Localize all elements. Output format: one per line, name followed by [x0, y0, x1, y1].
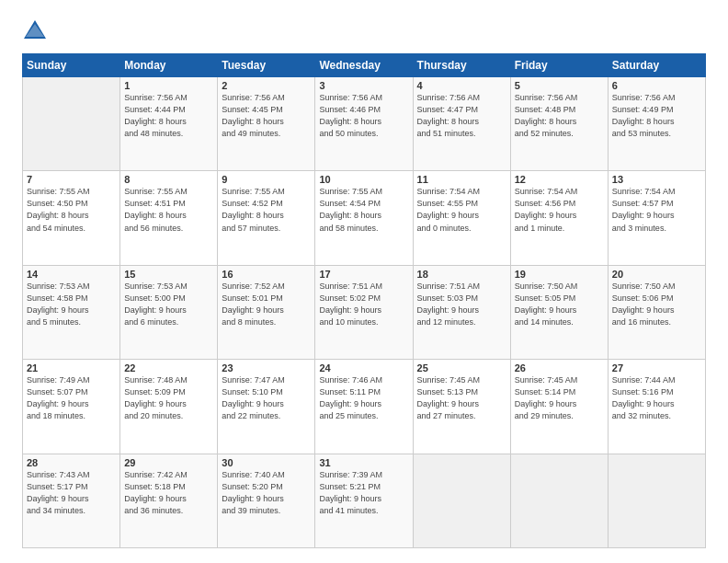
header — [22, 18, 706, 44]
day-number: 17 — [319, 269, 408, 280]
calendar-cell: 18Sunrise: 7:51 AMSunset: 5:03 PMDayligh… — [413, 265, 510, 359]
calendar-cell: 29Sunrise: 7:42 AMSunset: 5:18 PMDayligh… — [120, 454, 218, 547]
day-info: Sunrise: 7:50 AMSunset: 5:06 PMDaylight:… — [612, 281, 701, 328]
day-number: 16 — [222, 269, 311, 280]
calendar-cell — [608, 454, 705, 547]
day-number: 23 — [222, 362, 311, 373]
calendar-cell: 6Sunrise: 7:56 AMSunset: 4:49 PMDaylight… — [608, 77, 705, 171]
day-number: 30 — [222, 457, 311, 468]
weekday-header-thursday: Thursday — [413, 54, 510, 77]
day-info: Sunrise: 7:42 AMSunset: 5:18 PMDaylight:… — [124, 469, 213, 517]
day-info: Sunrise: 7:52 AMSunset: 5:01 PMDaylight:… — [222, 281, 311, 328]
day-number: 13 — [612, 174, 701, 185]
calendar-cell — [510, 454, 608, 547]
calendar-cell: 4Sunrise: 7:56 AMSunset: 4:47 PMDaylight… — [413, 77, 510, 171]
day-info: Sunrise: 7:48 AMSunset: 5:09 PMDaylight:… — [124, 374, 213, 422]
day-info: Sunrise: 7:47 AMSunset: 5:10 PMDaylight:… — [222, 374, 311, 422]
day-info: Sunrise: 7:56 AMSunset: 4:48 PMDaylight:… — [515, 92, 604, 140]
calendar-cell: 26Sunrise: 7:45 AMSunset: 5:14 PMDayligh… — [510, 360, 608, 454]
calendar-cell — [23, 77, 120, 171]
week-row-1: 1Sunrise: 7:56 AMSunset: 4:44 PMDaylight… — [23, 77, 706, 171]
day-info: Sunrise: 7:51 AMSunset: 5:03 PMDaylight:… — [417, 281, 506, 328]
day-info: Sunrise: 7:44 AMSunset: 5:16 PMDaylight:… — [612, 374, 701, 422]
day-number: 8 — [124, 174, 213, 185]
weekday-header-sunday: Sunday — [23, 54, 120, 77]
calendar-cell — [413, 454, 510, 547]
day-info: Sunrise: 7:56 AMSunset: 4:44 PMDaylight:… — [124, 92, 213, 140]
day-info: Sunrise: 7:53 AMSunset: 5:00 PMDaylight:… — [124, 281, 213, 328]
calendar-cell: 20Sunrise: 7:50 AMSunset: 5:06 PMDayligh… — [608, 265, 705, 359]
day-info: Sunrise: 7:55 AMSunset: 4:54 PMDaylight:… — [319, 186, 408, 234]
calendar-cell: 25Sunrise: 7:45 AMSunset: 5:13 PMDayligh… — [413, 360, 510, 454]
day-number: 20 — [612, 269, 701, 280]
day-info: Sunrise: 7:54 AMSunset: 4:56 PMDaylight:… — [515, 186, 604, 234]
week-row-5: 28Sunrise: 7:43 AMSunset: 5:17 PMDayligh… — [23, 454, 706, 547]
day-number: 6 — [612, 80, 701, 91]
weekday-header-wednesday: Wednesday — [315, 54, 413, 77]
day-info: Sunrise: 7:55 AMSunset: 4:52 PMDaylight:… — [222, 186, 311, 234]
day-info: Sunrise: 7:46 AMSunset: 5:11 PMDaylight:… — [319, 374, 408, 422]
logo — [22, 18, 51, 44]
weekday-header-tuesday: Tuesday — [218, 54, 315, 77]
calendar-cell: 13Sunrise: 7:54 AMSunset: 4:57 PMDayligh… — [608, 171, 705, 265]
day-number: 19 — [515, 269, 604, 280]
calendar-cell: 7Sunrise: 7:55 AMSunset: 4:50 PMDaylight… — [23, 171, 120, 265]
day-info: Sunrise: 7:39 AMSunset: 5:21 PMDaylight:… — [319, 469, 408, 517]
calendar-cell: 9Sunrise: 7:55 AMSunset: 4:52 PMDaylight… — [218, 171, 315, 265]
day-number: 11 — [417, 174, 506, 185]
day-info: Sunrise: 7:53 AMSunset: 4:58 PMDaylight:… — [27, 281, 116, 328]
weekday-header-friday: Friday — [510, 54, 608, 77]
day-number: 18 — [417, 269, 506, 280]
weekday-row: SundayMondayTuesdayWednesdayThursdayFrid… — [23, 54, 706, 77]
calendar-cell: 15Sunrise: 7:53 AMSunset: 5:00 PMDayligh… — [120, 265, 218, 359]
day-number: 28 — [27, 457, 116, 468]
day-info: Sunrise: 7:51 AMSunset: 5:02 PMDaylight:… — [319, 281, 408, 328]
day-number: 7 — [27, 174, 116, 185]
calendar-cell: 3Sunrise: 7:56 AMSunset: 4:46 PMDaylight… — [315, 77, 413, 171]
calendar-cell: 17Sunrise: 7:51 AMSunset: 5:02 PMDayligh… — [315, 265, 413, 359]
calendar-cell: 31Sunrise: 7:39 AMSunset: 5:21 PMDayligh… — [315, 454, 413, 547]
day-number: 2 — [222, 80, 311, 91]
calendar-cell: 23Sunrise: 7:47 AMSunset: 5:10 PMDayligh… — [218, 360, 315, 454]
calendar-cell: 1Sunrise: 7:56 AMSunset: 4:44 PMDaylight… — [120, 77, 218, 171]
day-info: Sunrise: 7:45 AMSunset: 5:13 PMDaylight:… — [417, 374, 506, 422]
calendar-cell: 24Sunrise: 7:46 AMSunset: 5:11 PMDayligh… — [315, 360, 413, 454]
calendar-cell: 14Sunrise: 7:53 AMSunset: 4:58 PMDayligh… — [23, 265, 120, 359]
calendar-body: 1Sunrise: 7:56 AMSunset: 4:44 PMDaylight… — [23, 77, 706, 548]
day-info: Sunrise: 7:54 AMSunset: 4:55 PMDaylight:… — [417, 186, 506, 234]
day-info: Sunrise: 7:45 AMSunset: 5:14 PMDaylight:… — [515, 374, 604, 422]
day-info: Sunrise: 7:54 AMSunset: 4:57 PMDaylight:… — [612, 186, 701, 234]
weekday-header-saturday: Saturday — [608, 54, 705, 77]
day-info: Sunrise: 7:56 AMSunset: 4:49 PMDaylight:… — [612, 92, 701, 140]
day-number: 21 — [27, 362, 116, 373]
page: SundayMondayTuesdayWednesdayThursdayFrid… — [0, 0, 728, 563]
svg-marker-1 — [26, 24, 44, 37]
day-number: 10 — [319, 174, 408, 185]
calendar-cell: 16Sunrise: 7:52 AMSunset: 5:01 PMDayligh… — [218, 265, 315, 359]
calendar-cell: 12Sunrise: 7:54 AMSunset: 4:56 PMDayligh… — [510, 171, 608, 265]
day-number: 15 — [124, 269, 213, 280]
day-number: 27 — [612, 362, 701, 373]
day-info: Sunrise: 7:40 AMSunset: 5:20 PMDaylight:… — [222, 469, 311, 517]
day-info: Sunrise: 7:50 AMSunset: 5:05 PMDaylight:… — [515, 281, 604, 328]
day-number: 31 — [319, 457, 408, 468]
calendar-cell: 28Sunrise: 7:43 AMSunset: 5:17 PMDayligh… — [23, 454, 120, 547]
calendar-cell: 10Sunrise: 7:55 AMSunset: 4:54 PMDayligh… — [315, 171, 413, 265]
weekday-header-monday: Monday — [120, 54, 218, 77]
day-number: 29 — [124, 457, 213, 468]
day-number: 22 — [124, 362, 213, 373]
day-info: Sunrise: 7:43 AMSunset: 5:17 PMDaylight:… — [27, 469, 116, 517]
calendar-cell: 30Sunrise: 7:40 AMSunset: 5:20 PMDayligh… — [218, 454, 315, 547]
calendar-cell: 21Sunrise: 7:49 AMSunset: 5:07 PMDayligh… — [23, 360, 120, 454]
calendar-cell: 22Sunrise: 7:48 AMSunset: 5:09 PMDayligh… — [120, 360, 218, 454]
day-number: 24 — [319, 362, 408, 373]
calendar-header: SundayMondayTuesdayWednesdayThursdayFrid… — [23, 54, 706, 77]
day-info: Sunrise: 7:56 AMSunset: 4:45 PMDaylight:… — [222, 92, 311, 140]
day-number: 5 — [515, 80, 604, 91]
week-row-3: 14Sunrise: 7:53 AMSunset: 4:58 PMDayligh… — [23, 265, 706, 359]
week-row-4: 21Sunrise: 7:49 AMSunset: 5:07 PMDayligh… — [23, 360, 706, 454]
day-number: 12 — [515, 174, 604, 185]
calendar-cell: 27Sunrise: 7:44 AMSunset: 5:16 PMDayligh… — [608, 360, 705, 454]
day-info: Sunrise: 7:55 AMSunset: 4:51 PMDaylight:… — [124, 186, 213, 234]
day-number: 4 — [417, 80, 506, 91]
